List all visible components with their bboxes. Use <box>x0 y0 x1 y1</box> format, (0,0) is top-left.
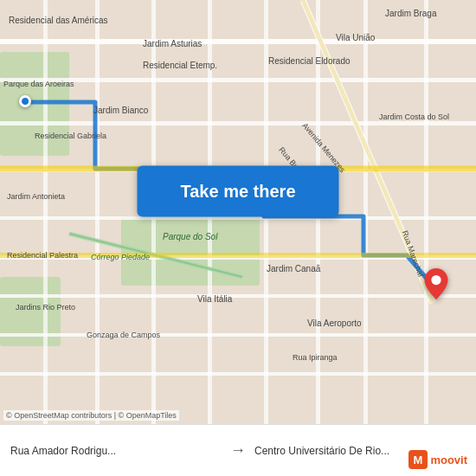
take-me-there-button[interactable]: Take me there <box>137 165 338 216</box>
bottom-bar: Rua Amador Rodrigu... → Centro Universit… <box>0 424 476 476</box>
svg-rect-14 <box>95 0 100 424</box>
svg-rect-6 <box>0 121 476 125</box>
svg-rect-11 <box>0 333 476 337</box>
route-arrow-icon: → <box>230 441 246 460</box>
osm-credit: © OpenStreetMap contributors | © OpenMap… <box>3 410 179 421</box>
svg-rect-5 <box>0 78 476 82</box>
svg-rect-10 <box>0 294 476 298</box>
moovit-text: moovit <box>430 453 467 466</box>
moovit-logo: M moovit <box>408 450 467 469</box>
destination-marker <box>424 268 448 303</box>
svg-text:M: M <box>414 453 423 466</box>
svg-rect-19 <box>363 0 368 424</box>
map-container: Residencial das Américas Jardim Braga Vi… <box>0 0 476 424</box>
svg-rect-4 <box>0 39 476 44</box>
svg-rect-8 <box>0 216 476 220</box>
svg-rect-13 <box>43 0 48 424</box>
svg-rect-20 <box>424 0 428 424</box>
origin-marker <box>19 95 31 107</box>
svg-rect-12 <box>0 372 476 376</box>
svg-point-27 <box>431 275 441 285</box>
route-from-label: Rua Amador Rodrigu... <box>10 445 222 457</box>
moovit-icon: M <box>408 450 428 469</box>
